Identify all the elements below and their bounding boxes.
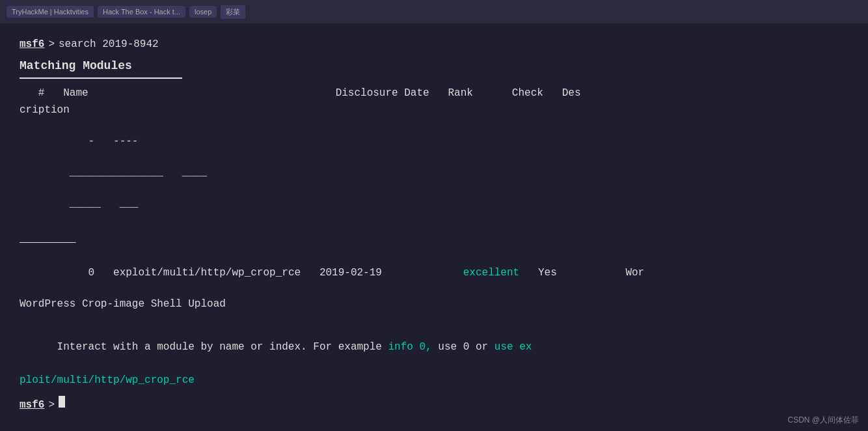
matching-modules-title: Matching Modules	[20, 57, 848, 75]
interact-text-before: Interact with a module by name or index.…	[57, 341, 388, 353]
command-line: msf6 > search 2019-8942	[20, 36, 848, 52]
tab-tryhackme[interactable]: TryHackMe | Hacktvities	[7, 6, 94, 18]
header-date: Disclosure Date Rank	[336, 85, 473, 101]
row-spacing4	[557, 267, 626, 279]
row-check: Yes	[538, 267, 557, 279]
tab-caicai[interactable]: 彩菜	[221, 5, 245, 19]
tab-hackthebox[interactable]: Hack The Box - Hack t...	[98, 6, 185, 18]
browser-bar: TryHackMe | Hacktvities Hack The Box - H…	[0, 0, 868, 23]
command-text: search 2019-8942	[59, 36, 159, 52]
section-divider	[20, 77, 182, 79]
header-hash: # Name	[20, 85, 88, 101]
row-spacing2	[382, 267, 463, 279]
browser-tabs: TryHackMe | Hacktvities Hack The Box - H…	[7, 5, 861, 19]
row-rank: excellent	[463, 267, 519, 279]
tab-losep[interactable]: losep	[189, 6, 217, 18]
divider-check: _____ ___	[70, 198, 139, 210]
cursor-line: msf6 >	[20, 396, 848, 413]
terminal-window: TryHackMe | Hacktvities Hack The Box - H…	[0, 0, 868, 431]
table-header: # Name Disclosure Date Rank Check Des	[20, 85, 848, 101]
cursor	[59, 396, 65, 408]
header-check: Check Des	[512, 85, 581, 101]
header-spacing2	[473, 85, 512, 101]
prompt-arrow2: >	[48, 397, 55, 413]
watermark: CSDN @人间体佐菲	[787, 415, 859, 426]
header-spacing	[88, 85, 336, 101]
table-divider: - ---- _______________ ____ _____ ___	[20, 118, 848, 227]
msf-prompt: msf6	[20, 36, 44, 52]
interact-text-middle: use 0 or	[432, 341, 495, 353]
interact-line: Interact with a module by name or index.…	[20, 322, 848, 372]
row-date: 2019-02-19	[319, 267, 382, 279]
header-desc-cont: cription	[20, 102, 848, 118]
row-number: 0	[70, 267, 113, 279]
interact-info: info 0,	[388, 341, 432, 353]
divider-desc: _________	[20, 231, 848, 247]
prompt-arrow: >	[48, 36, 55, 52]
row-desc-wor: Wor	[625, 267, 644, 279]
interact-use-full: ploit/multi/http/wp_crop_rce	[20, 372, 848, 388]
divider-date: _______________ ____	[70, 167, 207, 178]
row-spacing3	[519, 267, 538, 279]
row-name: exploit/multi/http/wp_crop_rce	[113, 267, 301, 279]
divider-hash: - ----	[70, 135, 139, 147]
table-container: # Name Disclosure Date Rank Check Des cr…	[20, 85, 848, 312]
msf-prompt2: msf6	[20, 397, 44, 413]
table-row: 0 exploit/multi/http/wp_crop_rce 2019-02…	[20, 249, 848, 296]
terminal-content: msf6 > search 2019-8942 Matching Modules…	[0, 23, 868, 431]
interact-use: use ex	[495, 341, 532, 353]
row-desc-cont: WordPress Crop-image Shell Upload	[20, 296, 848, 312]
row-spacing	[301, 267, 319, 279]
